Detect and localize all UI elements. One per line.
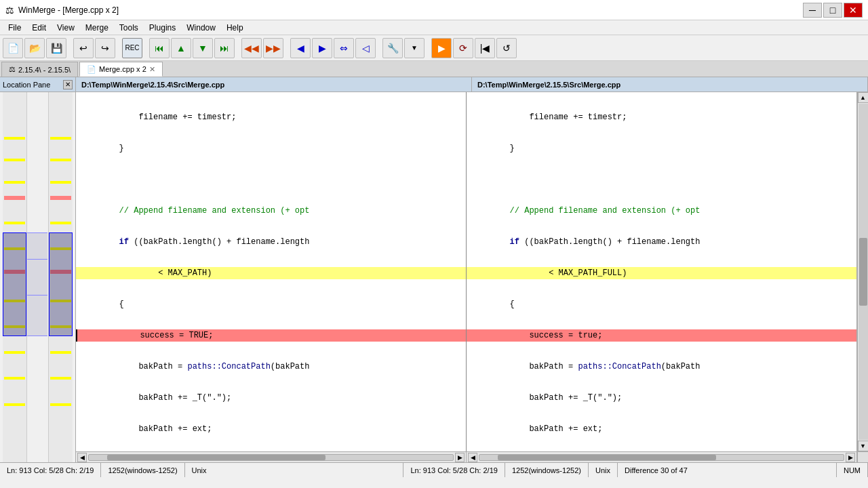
location-canvas xyxy=(0,92,75,462)
menu-window[interactable]: Window xyxy=(181,22,221,34)
options-button[interactable]: 🔧 xyxy=(382,38,403,58)
minimize-button[interactable]: ─ xyxy=(803,3,822,18)
code-line xyxy=(467,174,856,186)
undo-button[interactable]: ↩ xyxy=(73,38,94,58)
open-button[interactable]: 📂 xyxy=(24,38,45,58)
title-controls: ─ □ ✕ xyxy=(803,3,863,18)
file-headers: D:\Temp\WinMerge\2.15.4\Src\Merge.cpp D:… xyxy=(76,77,868,92)
merge-prev-button[interactable]: ◁ xyxy=(355,38,376,58)
left-code-panel[interactable]: filename += timestr; } // Append filenam… xyxy=(76,92,467,451)
merge-right-button[interactable]: ▶ xyxy=(312,38,332,58)
menu-help[interactable]: Help xyxy=(221,22,249,34)
menu-edit[interactable]: Edit xyxy=(26,22,52,34)
app-icon: ⚖ xyxy=(5,5,14,16)
left-position-text: Ln: 913 Col: 5/28 Ch: 2/19 xyxy=(7,466,94,474)
code-area: filename += timestr; } // Append filenam… xyxy=(76,92,868,451)
right-hscroll-right-arrow[interactable]: ▶ xyxy=(846,453,855,462)
file-header-right: D:\Temp\WinMerge\2.15.5\Src\Merge.cpp xyxy=(472,77,868,92)
next-diff-button[interactable]: ▼ xyxy=(193,38,213,58)
menu-view[interactable]: View xyxy=(52,22,80,34)
code-line: success = true; xyxy=(467,329,856,342)
code-line: { xyxy=(467,298,856,310)
right-code-panel[interactable]: filename += timestr; } // Append filenam… xyxy=(467,92,857,451)
code-line: bakPath = paths::ConcatPath(bakPath xyxy=(76,361,466,373)
right-position-text: Ln: 913 Col: 5/28 Ch: 2/19 xyxy=(410,466,497,474)
status-bar: Ln: 913 Col: 5/28 Ch: 2/19 1252(windows-… xyxy=(0,462,868,477)
copy-left-button[interactable]: ◀◀ xyxy=(241,38,262,58)
code-line: // Append filename and extension (+ opt xyxy=(76,205,466,217)
prev-diff-button[interactable]: ▲ xyxy=(171,38,191,58)
scroll-up-arrow[interactable]: ▲ xyxy=(858,92,869,103)
menu-file[interactable]: File xyxy=(3,22,26,34)
new-button[interactable]: 📄 xyxy=(3,38,23,58)
status-right-eol: Unix xyxy=(589,463,618,477)
status-diff-count: Difference 30 of 47 xyxy=(618,463,837,477)
redo-button[interactable]: ↪ xyxy=(95,38,115,58)
tab-icon-file: 📄 xyxy=(87,65,96,74)
menu-tools[interactable]: Tools xyxy=(114,22,144,34)
last-diff-button[interactable]: ⏭ xyxy=(214,38,235,58)
tab-bar: ⚖ 2.15.4\ - 2.15.5\ 📄 Merge.cpp x 2 ✕ xyxy=(0,61,868,77)
right-hscroll-left-arrow[interactable]: ◀ xyxy=(468,453,477,462)
save-button[interactable]: 💾 xyxy=(46,38,66,58)
title-left: ⚖ WinMerge - [Merge.cpp x 2] xyxy=(5,5,119,16)
tab-close-button[interactable]: ✕ xyxy=(149,65,155,74)
right-hscroll[interactable]: ◀ ▶ xyxy=(467,452,857,462)
horizontal-scrollbars: ◀ ▶ ◀ ▶ xyxy=(76,451,868,462)
diff-area: D:\Temp\WinMerge\2.15.4\Src\Merge.cpp D:… xyxy=(76,77,868,462)
tab-merge-cpp[interactable]: 📄 Merge.cpp x 2 ✕ xyxy=(79,62,163,77)
left-hscroll-left-arrow[interactable]: ◀ xyxy=(77,453,87,462)
code-line: // Append filename and extension (+ opt xyxy=(467,205,856,217)
vertical-scrollbar[interactable]: ▲ ▼ xyxy=(857,92,868,451)
toolbar: 📄 📂 💾 ↩ ↪ REC ⏮ ▲ ▼ ⏭ ◀◀ ▶▶ ◀ ▶ ⇔ ◁ 🔧 ▼ … xyxy=(0,35,868,61)
menu-bar: File Edit View Merge Tools Plugins Windo… xyxy=(0,20,868,35)
left-hscroll-right-arrow[interactable]: ▶ xyxy=(455,453,465,462)
close-button[interactable]: ✕ xyxy=(844,3,863,18)
tab-folder-compare[interactable]: ⚖ 2.15.4\ - 2.15.5\ xyxy=(1,62,78,77)
status-right-encoding: 1252(windows-1252) xyxy=(505,463,589,477)
prev-file-button[interactable]: |◀ xyxy=(475,38,495,58)
code-line: } xyxy=(76,142,466,155)
code-line: bakPath += ext; xyxy=(76,423,466,435)
tab-label-folder: 2.15.4\ - 2.15.5\ xyxy=(18,66,71,74)
refresh-button[interactable]: ▶ xyxy=(431,38,452,58)
options-dropdown[interactable]: ▼ xyxy=(404,38,425,58)
location-pane: Location Pane ✕ xyxy=(0,77,76,462)
code-line: filename += timestr; xyxy=(76,111,466,123)
maximize-button[interactable]: □ xyxy=(823,3,842,18)
right-eol-text: Unix xyxy=(595,466,610,474)
copy-right-button[interactable]: ▶▶ xyxy=(263,38,283,58)
code-line: if ((bakPath.length() + filename.length xyxy=(76,236,466,248)
file-path-right: D:\Temp\WinMerge\2.15.5\Src\Merge.cpp xyxy=(477,81,620,89)
left-hscroll[interactable]: ◀ ▶ xyxy=(76,452,467,462)
code-line: success = TRUE; xyxy=(76,329,466,342)
compare-button[interactable]: ⟳ xyxy=(453,38,473,58)
diff-count-text: Difference 30 of 47 xyxy=(625,466,688,474)
menu-merge[interactable]: Merge xyxy=(80,22,114,34)
code-line: if ((bakPath.length() + filename.length xyxy=(467,236,856,248)
merge-left-button[interactable]: ◀ xyxy=(290,38,311,58)
num-text: NUM xyxy=(844,466,861,474)
left-encoding-text: 1252(windows-1252) xyxy=(108,466,177,474)
rec-button[interactable]: REC xyxy=(122,38,142,58)
code-line: < MAX_PATH) xyxy=(76,267,466,279)
code-line: bakPath += _T("."); xyxy=(76,392,466,404)
first-diff-button[interactable]: ⏮ xyxy=(149,38,170,58)
title-bar: ⚖ WinMerge - [Merge.cpp x 2] ─ □ ✕ xyxy=(0,0,868,20)
merge-both-button[interactable]: ⇔ xyxy=(334,38,354,58)
main-area: Location Pane ✕ xyxy=(0,77,868,462)
left-eol-text: Unix xyxy=(192,466,207,474)
location-pane-header: Location Pane ✕ xyxy=(0,77,75,92)
reload-button[interactable]: ↺ xyxy=(496,38,517,58)
tab-icon-folder: ⚖ xyxy=(9,65,16,74)
code-line: < MAX_PATH_FULL) xyxy=(467,267,856,279)
code-line: bakPath += _T("."); xyxy=(467,392,856,404)
status-left-encoding: 1252(windows-1252) xyxy=(101,463,184,477)
menu-plugins[interactable]: Plugins xyxy=(144,22,181,34)
code-line: { xyxy=(76,298,466,310)
status-num: NUM xyxy=(837,463,868,477)
scroll-down-arrow[interactable]: ▼ xyxy=(858,441,869,451)
tab-label-file: Merge.cpp x 2 xyxy=(99,65,146,73)
location-pane-close-button[interactable]: ✕ xyxy=(63,80,73,89)
code-line: } xyxy=(467,142,856,155)
